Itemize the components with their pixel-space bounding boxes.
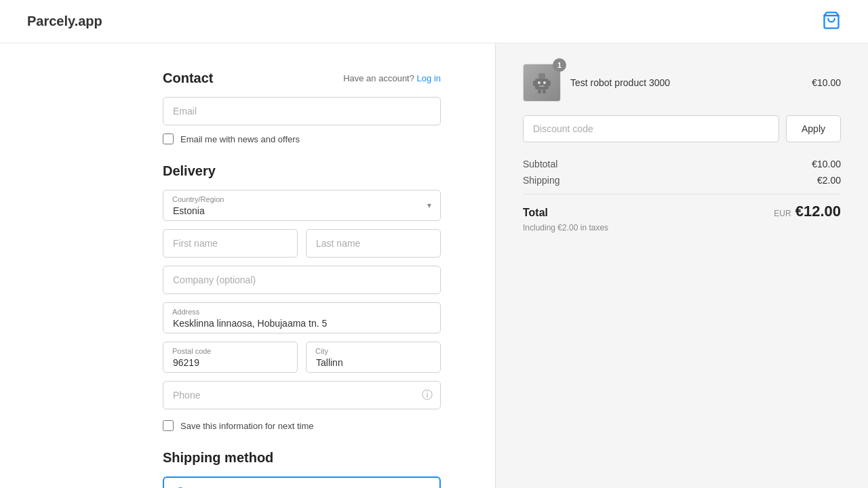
svg-rect-8 xyxy=(538,89,541,94)
address-field[interactable] xyxy=(163,302,441,333)
svg-rect-9 xyxy=(542,89,546,94)
shipping-option[interactable]: Omniva parcel lockers €2.00 xyxy=(163,476,441,488)
save-info-label: Save this information for next time xyxy=(180,421,314,431)
total-currency: EUR xyxy=(774,209,791,218)
save-info-row: Save this information for next time xyxy=(163,420,441,431)
newsletter-label: Email me with news and offers xyxy=(180,134,300,144)
product-name: Test robot product 3000 xyxy=(570,77,670,88)
tax-note: Including €2.00 in taxes xyxy=(523,223,841,232)
address-label: Address xyxy=(172,308,199,316)
city-field[interactable] xyxy=(306,342,441,373)
first-name-field[interactable] xyxy=(163,229,298,258)
total-right: EUR €12.00 xyxy=(774,203,841,220)
help-icon[interactable]: ⓘ xyxy=(422,388,433,403)
postal-code-field[interactable] xyxy=(163,342,298,373)
phone-wrapper: ⓘ xyxy=(163,381,441,409)
have-account-text: Have an account? Log in xyxy=(343,73,441,83)
discount-row: Apply xyxy=(523,115,841,142)
contact-title: Contact xyxy=(163,70,213,86)
last-name-field[interactable] xyxy=(306,229,441,258)
shipping-row: Shipping €2.00 xyxy=(523,175,841,186)
header: Parcely.app xyxy=(0,0,868,43)
subtotal-value: €10.00 xyxy=(812,159,841,169)
contact-section-header: Contact Have an account? Log in xyxy=(163,70,441,86)
address-wrapper: Address xyxy=(163,302,441,333)
svg-rect-5 xyxy=(539,85,545,87)
country-select[interactable]: Estonia xyxy=(163,190,441,221)
country-select-wrapper: Country/Region Estonia ▾ xyxy=(163,190,441,221)
login-link[interactable]: Log in xyxy=(417,73,441,83)
total-label: Total xyxy=(523,207,548,219)
save-info-checkbox[interactable] xyxy=(163,420,174,431)
company-field[interactable] xyxy=(163,266,441,294)
phone-field[interactable] xyxy=(163,381,441,409)
total-value: €12.00 xyxy=(795,203,841,220)
country-label: Country/Region xyxy=(172,195,224,203)
email-field[interactable] xyxy=(163,97,441,125)
product-price: €10.00 xyxy=(812,77,841,88)
postal-code-label: Postal code xyxy=(172,347,211,355)
total-row: Total EUR €12.00 xyxy=(523,203,841,220)
svg-rect-6 xyxy=(533,81,536,86)
svg-rect-1 xyxy=(535,79,549,89)
delivery-title: Delivery xyxy=(163,163,441,179)
product-row: 1 Test robot product 3000 €10.00 xyxy=(523,64,841,102)
summary-divider xyxy=(523,194,841,195)
shipping-title: Shipping method xyxy=(163,450,441,466)
cart-icon[interactable] xyxy=(822,11,841,32)
product-image-wrapper: 1 xyxy=(523,64,561,102)
product-badge: 1 xyxy=(553,58,566,72)
svg-rect-7 xyxy=(548,81,551,86)
svg-point-3 xyxy=(538,81,540,84)
right-panel: 1 Test robot product 3000 €10.00 Apply S… xyxy=(495,43,868,488)
svg-point-4 xyxy=(543,81,546,84)
subtotal-row: Subtotal €10.00 xyxy=(523,159,841,169)
discount-input[interactable] xyxy=(523,115,779,142)
subtotal-label: Subtotal xyxy=(523,159,557,169)
newsletter-row: Email me with news and offers xyxy=(163,134,441,144)
logo: Parcely.app xyxy=(27,14,102,29)
shipping-label: Shipping xyxy=(523,175,560,186)
svg-rect-2 xyxy=(538,73,545,79)
apply-button[interactable]: Apply xyxy=(786,115,841,142)
left-panel: Contact Have an account? Log in Email me… xyxy=(0,43,495,488)
product-left: 1 Test robot product 3000 xyxy=(523,64,670,102)
newsletter-checkbox[interactable] xyxy=(163,134,174,144)
city-label: City xyxy=(315,347,328,355)
shipping-value: €2.00 xyxy=(817,175,841,186)
